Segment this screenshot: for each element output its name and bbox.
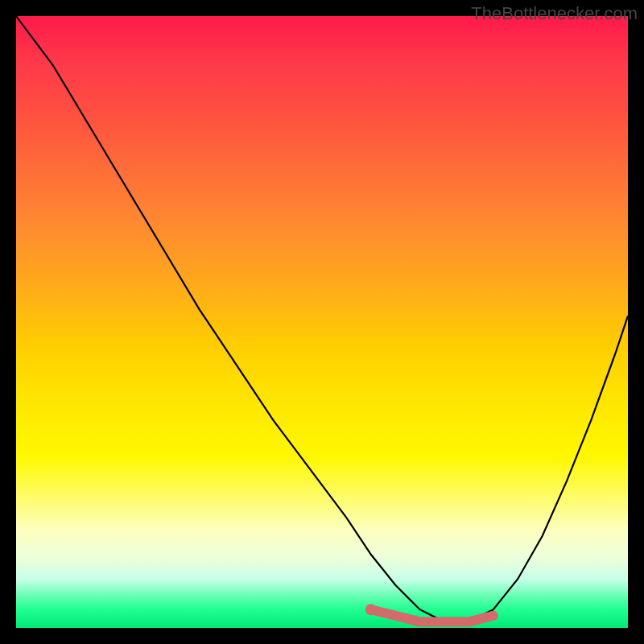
highlight-dot xyxy=(365,604,377,615)
plot-area xyxy=(16,16,628,628)
bottleneck-curve xyxy=(16,16,628,621)
chart-svg xyxy=(16,16,628,628)
watermark-text: TheBottlenecker.com xyxy=(471,3,638,24)
